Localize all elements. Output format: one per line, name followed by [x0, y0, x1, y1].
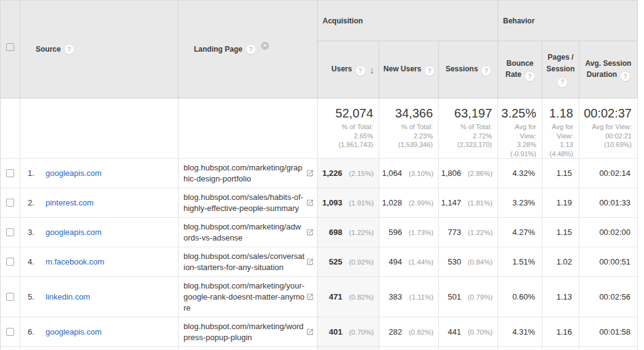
row-checkbox[interactable]: [6, 228, 14, 236]
bounce-rate-cell: 3.23%: [498, 188, 542, 217]
totals-new-users-cell: 34,366 % of Total: 2.23% (1,539,346): [379, 98, 439, 158]
avg-session-duration-cell: 00:02:14: [579, 159, 638, 188]
bounce-rate-cell: 4.31%: [498, 317, 542, 346]
row-checkbox-cell: [1, 188, 20, 217]
landing-page-help-icon[interactable]: ?: [246, 45, 256, 54]
new-users-value: 596: [388, 228, 402, 237]
sessions-percent: (1.81%): [461, 199, 493, 207]
select-all-checkbox[interactable]: [6, 43, 14, 51]
open-in-new-icon[interactable]: [306, 328, 314, 336]
avg-session-duration-value: 00:02:00: [599, 228, 630, 237]
bounce-rate-cell: 4.32%: [498, 159, 542, 188]
row-checkbox[interactable]: [6, 258, 14, 266]
new-users-percent: (1.44%): [402, 258, 433, 266]
sessions-percent: (0.79%): [461, 293, 493, 301]
sessions-help-icon[interactable]: ?: [481, 66, 491, 76]
table-body: 1. googleapis.com blog.hubspot.com/marke…: [1, 158, 638, 350]
sessions-value: 530: [448, 257, 461, 266]
source-cell: 1. googleapis.com: [20, 159, 179, 188]
totals-avg-session-duration-value: 00:02:37: [584, 106, 632, 121]
totals-sessions-cell: 63,197 % of Total: 2.72% (2,323,170): [439, 98, 498, 158]
acquisition-group-label: Acquisition: [323, 17, 363, 25]
bounce-rate-help-icon[interactable]: ?: [525, 72, 534, 81]
bounce-rate-value: 0.60%: [512, 292, 535, 301]
users-help-icon[interactable]: ?: [356, 66, 365, 76]
new-users-percent: (1.73%): [402, 229, 433, 236]
bounce-rate-cell: 1.51%: [498, 247, 542, 276]
users-cell: 401 (0.70%): [318, 317, 379, 346]
new-users-value: 494: [388, 257, 402, 266]
row-checkbox[interactable]: [6, 199, 14, 207]
remove-dimension-icon[interactable]: ×: [261, 42, 269, 50]
users-percent: (0.70%): [342, 328, 374, 336]
totals-row: 52,074 % of Total: 2.65% (1,961,743) 34,…: [1, 98, 638, 158]
row-number: 3.: [28, 228, 41, 237]
bounce-rate-value: 4.27%: [512, 228, 535, 237]
users-value: 471: [329, 292, 342, 301]
row-checkbox[interactable]: [6, 328, 14, 336]
source-link[interactable]: pinterest.com: [46, 198, 94, 207]
source-link[interactable]: m.facebook.com: [46, 257, 104, 266]
sessions-column-label: Sessions: [446, 65, 478, 73]
new-users-cell: 596 (1.73%): [379, 218, 439, 247]
source-link[interactable]: googleapis.com: [46, 169, 102, 178]
bounce-rate-column-header[interactable]: Bounce Rate?: [498, 41, 542, 98]
table-header: Source ? Landing Page ? × Acquisition Be…: [1, 1, 638, 98]
avg-session-duration-help-icon[interactable]: ?: [621, 72, 630, 81]
pages-session-column-header[interactable]: Pages / Session ?: [542, 41, 579, 98]
totals-pages-session-value: 1.18: [549, 106, 573, 121]
pages-session-value: 1.13: [557, 292, 572, 301]
avg-session-duration-column-header[interactable]: Avg. Session Duration?: [579, 41, 638, 98]
new-users-cell: 282 (0.82%): [379, 317, 439, 346]
row-checkbox-cell: [1, 317, 20, 346]
users-percent: (1.91%): [342, 199, 374, 207]
new-users-value: 1,028: [382, 198, 402, 207]
source-link[interactable]: googleapis.com: [46, 228, 102, 237]
bounce-rate-value: 3.23%: [512, 198, 535, 207]
users-cell: 1,226 (2.15%): [318, 159, 379, 188]
open-in-new-icon[interactable]: [306, 169, 314, 177]
landing-page-column-header[interactable]: Landing Page ? ×: [179, 1, 318, 98]
new-users-help-icon[interactable]: ?: [425, 66, 434, 76]
pages-session-value: 1.16: [557, 327, 572, 336]
pages-session-cell: 1.08: [542, 347, 579, 350]
table-row: 5. linkedin.com blog.hubspot.com/marketi…: [1, 276, 638, 317]
pages-session-cell: 1.19: [542, 188, 579, 217]
new-users-column-header[interactable]: New Users?: [379, 41, 439, 98]
row-checkbox[interactable]: [6, 169, 14, 177]
open-in-new-icon[interactable]: [306, 293, 314, 301]
open-in-new-icon[interactable]: [306, 258, 314, 266]
pages-session-help-icon[interactable]: ?: [558, 78, 567, 87]
new-users-percent: (0.82%): [402, 328, 433, 336]
pages-session-value: 1.02: [557, 257, 572, 266]
new-users-percent: (1.11%): [402, 293, 433, 301]
source-cell: 4. m.facebook.com: [20, 247, 179, 276]
users-value: 525: [329, 257, 342, 266]
sessions-cell: 530 (0.84%): [439, 247, 498, 276]
open-in-new-icon[interactable]: [306, 199, 314, 207]
row-checkbox[interactable]: [6, 293, 14, 301]
totals-users-value: 52,074: [336, 106, 373, 121]
users-percent: (0.82%): [342, 293, 374, 301]
open-in-new-icon[interactable]: [306, 228, 314, 236]
pages-session-value: 1.19: [557, 198, 572, 207]
users-value: 698: [329, 228, 342, 237]
totals-new-users-value: 34,366: [395, 106, 433, 121]
avg-session-duration-cell: 00:01:33: [579, 188, 638, 217]
pages-session-cell: 1.13: [542, 277, 579, 317]
source-column-header[interactable]: Source ?: [20, 1, 179, 98]
sessions-column-header[interactable]: Sessions?: [439, 41, 498, 98]
users-percent: (1.22%): [342, 229, 374, 236]
analytics-table: Source ? Landing Page ? × Acquisition Be…: [0, 0, 638, 350]
source-link[interactable]: linkedin.com: [46, 292, 90, 301]
source-link[interactable]: googleapis.com: [46, 327, 102, 336]
totals-bounce-rate-subtext: Avg for View: 3.28% (-0.91%): [501, 122, 536, 158]
users-column-header[interactable]: Users? ↓: [318, 41, 379, 98]
landing-page-url: blog.hubspot.com/marketing/graphic-desig…: [183, 162, 305, 184]
source-help-icon[interactable]: ?: [65, 45, 74, 54]
landing-page-cell: blog.hubspot.com/marketing/adwords-vs-ad…: [179, 218, 318, 247]
totals-pages-session-cell: 1.18 Avg for View: 1.13 (4.48%): [542, 98, 579, 158]
sessions-cell: 1,147 (1.81%): [439, 188, 498, 217]
avg-session-duration-value: 00:00:51: [599, 257, 630, 266]
sort-descending-icon[interactable]: ↓: [370, 65, 375, 75]
